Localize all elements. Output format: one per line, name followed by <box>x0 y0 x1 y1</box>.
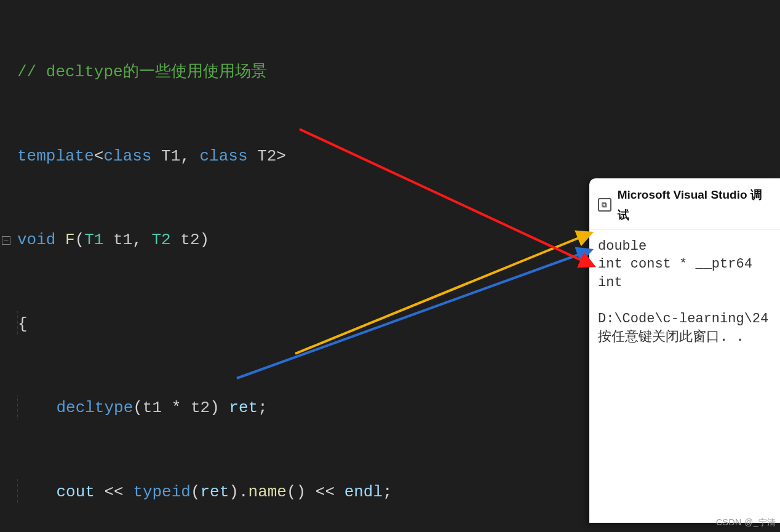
console-line: D:\Code\c-learning\24 <box>598 311 768 327</box>
code-line: // decltype的一些使用使用场景 <box>17 58 780 87</box>
console-title-text: Microsoft Visual Studio 调试 <box>618 185 771 226</box>
code-line: template<class T1, class T2> <box>17 143 780 171</box>
console-app-icon: ⧉ <box>598 198 611 212</box>
debug-console-window[interactable]: ⧉ Microsoft Visual Studio 调试 double int … <box>589 178 780 523</box>
watermark-text: CSDN @_宁清 <box>716 515 776 530</box>
console-line: int const * __ptr64 <box>598 256 752 272</box>
console-line: 按任意键关闭此窗口. . <box>598 330 744 345</box>
console-line: double <box>598 239 647 254</box>
console-output: double int const * __ptr64 int D:\Code\c… <box>589 230 780 354</box>
fold-toggle-icon[interactable]: − <box>2 236 10 245</box>
comment-text: // decltype的一些使用使用场景 <box>17 63 267 81</box>
console-line: int <box>598 275 623 290</box>
console-titlebar[interactable]: ⧉ Microsoft Visual Studio 调试 <box>589 178 780 230</box>
